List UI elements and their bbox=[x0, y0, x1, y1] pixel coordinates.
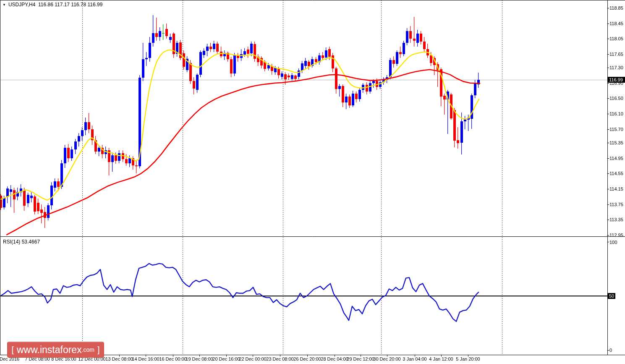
time-tick-label: 20 Dec 16:00 bbox=[212, 356, 240, 361]
price-tick-label: 115.35 bbox=[609, 140, 623, 145]
time-tick-label: 30 Dec 20:00 bbox=[373, 356, 400, 361]
time-tick-label: 22 Dec 00:00 bbox=[239, 356, 266, 361]
time-tick-label: 14 Dec 16:00 bbox=[132, 356, 159, 361]
chart-window: ▼USDJPY,H4 116.86 117.17 116.78 116.99 R… bbox=[0, 0, 625, 364]
price-tick-label: 114.55 bbox=[609, 171, 623, 176]
price-tick-label: 118.85 bbox=[609, 5, 623, 10]
rsi-0-label: 0 bbox=[609, 348, 612, 353]
price-chart-canvas[interactable] bbox=[0, 0, 625, 364]
price-tick-label: 116.10 bbox=[609, 111, 623, 116]
time-tick-label: 28 Dec 04:00 bbox=[321, 356, 348, 361]
price-tick-label: 114.95 bbox=[609, 156, 623, 161]
time-tick-label: 16 Dec 00:00 bbox=[159, 356, 186, 361]
rsi-100-label: 100 bbox=[609, 240, 617, 245]
time-tick-label: 29 Dec 12:00 bbox=[347, 356, 374, 361]
symbol-label: USDJPY,H4 bbox=[8, 2, 35, 8]
rsi-50-tag: 50 bbox=[608, 293, 615, 299]
time-tick-label: 4 Jan 12:00 bbox=[429, 356, 453, 361]
logo-suffix: .com bbox=[82, 346, 94, 353]
time-tick-label: 5 Jan 20:00 bbox=[456, 356, 480, 361]
price-tick-label: 112.95 bbox=[609, 233, 623, 238]
instaforex-logo: [www.instaforex.com] bbox=[7, 342, 104, 358]
time-tick-label: 13 Dec 08:00 bbox=[105, 356, 133, 361]
price-tick-label: 114.15 bbox=[609, 186, 623, 191]
price-tick-label: 116.50 bbox=[609, 96, 623, 101]
time-tick-label: 26 Dec 20:00 bbox=[293, 356, 321, 361]
price-tick-label: 118.45 bbox=[609, 21, 623, 26]
time-tick-label: 23 Dec 08:00 bbox=[266, 356, 293, 361]
price-tick-label: 118.05 bbox=[609, 36, 623, 41]
symbol-dropdown-icon[interactable]: ▼ bbox=[3, 3, 6, 7]
current-price-tag: 116.99 bbox=[608, 77, 625, 83]
time-tick-label: 19 Dec 08:00 bbox=[186, 356, 213, 361]
time-tick-label: 3 Jan 04:00 bbox=[403, 356, 427, 361]
logo-bracket-left: [ bbox=[11, 345, 14, 355]
price-tick-label: 115.70 bbox=[609, 127, 623, 132]
price-tick-label: 113.75 bbox=[609, 202, 623, 207]
price-tick-label: 117.65 bbox=[609, 52, 623, 57]
rsi-indicator-label: RSI(14) 53.4667 bbox=[3, 239, 40, 245]
price-tick-label: 113.35 bbox=[609, 217, 623, 222]
logo-bracket-right: ] bbox=[97, 345, 100, 355]
price-tick-label: 117.30 bbox=[609, 65, 623, 70]
chart-title: ▼USDJPY,H4 116.86 117.17 116.78 116.99 bbox=[3, 2, 102, 8]
logo-text: www.instaforex bbox=[17, 344, 82, 356]
ohlc-values: 116.86 117.17 116.78 116.99 bbox=[38, 2, 102, 8]
